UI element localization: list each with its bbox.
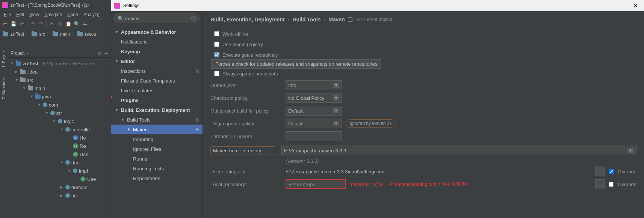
gear-icon[interactable]: ⚙ [98, 51, 102, 56]
menu-analyze[interactable]: Analyze [81, 11, 102, 18]
package-icon [65, 193, 70, 198]
cat-runner[interactable]: Runner [111, 154, 203, 164]
cat-build-tools[interactable]: ▼Build Tools⎘ [111, 115, 203, 125]
menu-edit[interactable]: Edit [14, 11, 26, 18]
search-input[interactable] [125, 16, 191, 21]
cat-importing[interactable]: Importing [111, 134, 203, 144]
check-execute-goals[interactable]: Execute goals recursively [210, 50, 636, 60]
cat-build[interactable]: ▼Build, Execution, Deployment [111, 105, 203, 115]
tree-item[interactable]: CUse [8, 175, 111, 183]
dd-multiproject[interactable]: Default▼ [286, 106, 342, 116]
class-icon: C [73, 152, 78, 157]
paste-icon[interactable]: 📋 [65, 21, 71, 27]
menu-code[interactable]: Code [65, 11, 80, 18]
package-icon [50, 111, 55, 115]
browse-button[interactable]: … [595, 167, 605, 176]
override-user-settings[interactable]: Override [609, 169, 636, 174]
nav-item[interactable]: src [39, 32, 45, 37]
content-breadcrumb: Build, Execution, Deployment › Build Too… [210, 17, 636, 23]
tree-item[interactable]: ▼impl [8, 167, 111, 175]
tree-item[interactable]: ▶.idea [8, 68, 111, 76]
replace-icon[interactable]: ⇆ [82, 21, 88, 27]
check-plugin-registry[interactable]: Use plugin registry [210, 39, 636, 50]
tab-structure[interactable]: 7: Structure [1, 77, 7, 101]
package-icon [65, 160, 70, 165]
save-icon[interactable]: 💾 [11, 21, 17, 27]
collapse-icon[interactable]: ⇥ [104, 51, 108, 56]
main-toolbar: ▭ 💾 ⟳ ↶ ↷ ✂ ⎘ 📋 🔍 ⇆ [0, 19, 111, 29]
cat-maven[interactable]: ▼Maven⎘ [111, 125, 203, 134]
input-local-repo[interactable] [286, 179, 346, 189]
tree-item[interactable]: ▼logic [8, 117, 111, 125]
separator [27, 21, 27, 27]
copy-icon[interactable]: ⎘ [57, 21, 63, 27]
cat-appearance[interactable]: ▼Appearance & Behavior [111, 27, 203, 37]
redo-icon[interactable]: ↷ [38, 21, 44, 27]
cat-inspections[interactable]: Inspections⎘ [111, 66, 203, 76]
cat-repositories[interactable]: Repositories [111, 173, 203, 183]
app-logo-icon [2, 2, 8, 8]
cat-live-templates[interactable]: Live Templates [111, 86, 203, 95]
nav-item[interactable]: main [60, 32, 70, 37]
nav-item[interactable]: resou [85, 32, 96, 37]
check-work-offline[interactable]: Work offline [210, 29, 636, 39]
input-threads[interactable] [286, 131, 342, 141]
class-icon: C [73, 135, 78, 140]
cat-keymap[interactable]: Keymap [111, 47, 203, 56]
chevron-right-icon: 〉 [71, 31, 76, 37]
dd-plugin-update[interactable]: Default▼ [286, 119, 342, 128]
separator [46, 21, 47, 27]
dd-output-level[interactable]: Info▼ [286, 80, 342, 90]
tree-item[interactable]: ▼java [8, 92, 111, 101]
package-icon [43, 102, 47, 107]
cat-editor[interactable]: ▼Editor [111, 56, 203, 66]
main-menubar: File Edit View Navigate Code Analyze [0, 11, 111, 19]
override-local-repo[interactable]: Override [609, 182, 636, 187]
tree-item[interactable]: CHe [8, 134, 111, 142]
tab-project[interactable]: 1: Project [1, 49, 7, 69]
package-icon [65, 127, 70, 132]
cat-ignored-files[interactable]: Ignored Files [111, 144, 203, 154]
dropdown-icon[interactable]: ▾ [27, 51, 29, 55]
tree-item[interactable]: ▼controlle [8, 125, 111, 134]
dd-checksum[interactable]: No Global Policy▼ [286, 93, 342, 103]
nav-item[interactable]: zrrTest [11, 32, 24, 37]
tree-item[interactable]: CUse [8, 150, 111, 158]
cat-file-templates[interactable]: File and Code Templates [111, 76, 203, 86]
folder-icon [3, 32, 8, 36]
cat-plugins[interactable]: Plugins [111, 95, 203, 105]
folder-icon [20, 70, 26, 74]
close-icon[interactable]: ✕ [630, 2, 641, 9]
tree-item[interactable]: CRe [8, 142, 111, 150]
tree-item[interactable]: ▼zrr [8, 109, 111, 117]
undo-icon[interactable]: ↶ [30, 21, 36, 27]
cat-notifications[interactable]: Notifications [111, 37, 203, 47]
tree-root[interactable]: ▼zrrTest F:\SpringBootWB\zrrTes [8, 59, 111, 68]
chevron-right-icon: 〉 [47, 31, 51, 37]
menu-navigate[interactable]: Navigate [42, 11, 64, 18]
cut-icon[interactable]: ✂ [49, 21, 55, 27]
tree-item[interactable]: ▼main [8, 84, 111, 92]
tree-item[interactable]: ▼com [8, 101, 111, 109]
project-panel-header: Project ▾ ⚙ ⇥ [8, 49, 111, 58]
sync-icon[interactable]: ⟳ [19, 21, 25, 27]
folder-icon [32, 32, 37, 36]
tree-item[interactable]: ▶util [8, 191, 111, 200]
menu-view[interactable]: View [27, 11, 41, 18]
category-list: ▼Appearance & Behavior Notifications Key… [111, 26, 203, 218]
nav-breadcrumb: zrrTest 〉 src 〉 main 〉 resou [0, 29, 111, 39]
cat-running-tests[interactable]: Running Tests [111, 164, 203, 173]
clear-icon[interactable]: ⓧ [191, 15, 196, 22]
search-icon: 🔍 [118, 16, 124, 21]
browse-button[interactable]: … [595, 179, 605, 189]
tool-window-tabs: 1: Project 7: Structure [0, 49, 8, 101]
tree-item[interactable]: ▼dao [8, 158, 111, 167]
tree-item[interactable]: ▼src [8, 76, 111, 84]
tree-item[interactable]: ▶domain [8, 183, 111, 191]
settings-search[interactable]: 🔍 ⓧ [114, 14, 200, 23]
open-icon[interactable]: ▭ [2, 21, 8, 27]
menu-file[interactable]: File [2, 11, 13, 18]
search-icon[interactable]: 🔍 [74, 21, 80, 27]
dd-maven-home[interactable]: E:/Zero/apache-maven-3.3.3▼ [281, 146, 636, 155]
check-always-update[interactable]: Always update snapshots [210, 68, 636, 79]
